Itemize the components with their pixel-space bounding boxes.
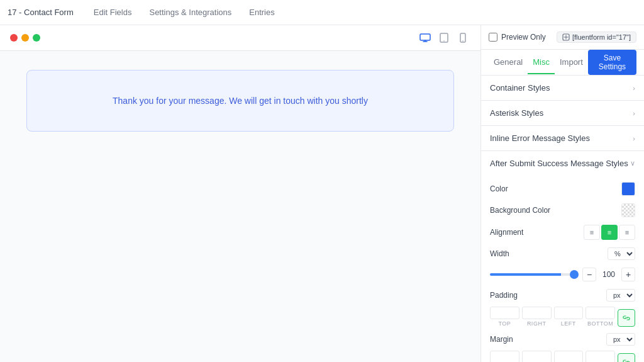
dot-green-dot: [33, 34, 40, 42]
panel-header: Preview Only [fluentform id="17"]: [481, 25, 644, 50]
chevron-down-icon: ∨: [630, 159, 635, 167]
padding-unit-select[interactable]: px: [606, 289, 635, 302]
fluentform-tag: [fluentform id="17"]: [557, 31, 636, 43]
svg-rect-0: [420, 34, 430, 40]
window-controls: [10, 34, 40, 42]
preview-only-checkbox[interactable]: [489, 33, 497, 42]
device-icons: [418, 30, 470, 45]
tab-misc[interactable]: Misc: [528, 51, 555, 74]
width-slider[interactable]: [490, 273, 579, 276]
chevron-right-icon-2: ›: [633, 110, 635, 117]
margin-link-button[interactable]: [618, 353, 635, 362]
padding-left-input[interactable]: [554, 307, 584, 319]
svg-point-4: [462, 40, 464, 42]
align-center-button[interactable]: ≡: [601, 225, 618, 240]
preview-toolbar: [0, 25, 480, 51]
padding-bottom-wrap: BOTTOM: [586, 307, 615, 327]
color-swatch-bg[interactable]: [621, 203, 635, 217]
prop-row-margin-header: Margin px: [490, 333, 635, 346]
width-decrease-button[interactable]: −: [582, 268, 596, 281]
preview-only-label[interactable]: Preview Only: [489, 33, 546, 42]
nav-links: Edit Fields Settings & Integrations Entr…: [86, 4, 282, 21]
alignment-buttons: ≡ ≡ ≡: [584, 225, 635, 240]
padding-top-input[interactable]: [490, 307, 519, 319]
prop-row-color: Color: [490, 182, 635, 196]
margin-bottom-input[interactable]: [586, 351, 615, 362]
margin-top-wrap: TOP: [490, 351, 519, 362]
color-swatch-color[interactable]: [621, 182, 635, 196]
margin-bottom-wrap: BOTTOM: [586, 351, 615, 362]
padding-right-wrap: RIGHT: [522, 307, 552, 327]
margin-right-input[interactable]: [522, 351, 552, 362]
margin-grid: TOP RIGHT LEFT BOTTOM: [490, 351, 635, 362]
success-message: Thank you for your message. We will get …: [113, 96, 368, 106]
tab-general[interactable]: General: [489, 51, 528, 74]
padding-inputs-row: TOP RIGHT LEFT BOTTOM: [490, 307, 635, 327]
dot-yellow: [21, 34, 29, 42]
mobile-icon[interactable]: [455, 30, 470, 45]
margin-inputs-row: TOP RIGHT LEFT BOTTOM: [490, 351, 635, 362]
align-left-button[interactable]: ≡: [584, 225, 600, 240]
nav-settings[interactable]: Settings & Integrations: [142, 4, 239, 21]
form-preview: Thank you for your message. We will get …: [26, 70, 454, 132]
accordion-inline-error: Inline Error Message Styles ›: [481, 126, 644, 151]
accordion-after-submit: After Submit Success Message Styles ∨ Co…: [481, 151, 644, 362]
width-increase-button[interactable]: +: [621, 268, 635, 281]
accordion-container-styles: Container Styles ›: [481, 76, 644, 101]
margin-top-input[interactable]: [490, 351, 519, 362]
width-unit-select[interactable]: %: [608, 247, 635, 260]
align-right-button[interactable]: ≡: [619, 225, 635, 240]
chevron-right-icon-3: ›: [633, 135, 635, 142]
main-layout: Thank you for your message. We will get …: [0, 25, 644, 362]
desktop-icon[interactable]: [418, 30, 433, 45]
margin-unit-select[interactable]: px: [606, 333, 635, 346]
slider-row-width: − 100 +: [490, 268, 635, 281]
preview-content: Thank you for your message. We will get …: [0, 51, 480, 362]
padding-left-wrap: LEFT: [554, 307, 584, 327]
prop-row-bg-color: Background Color: [490, 203, 635, 217]
prop-row-alignment: Alignment ≡ ≡ ≡: [490, 225, 635, 240]
margin-left-wrap: LEFT: [554, 351, 584, 362]
chevron-right-icon: ›: [633, 84, 635, 92]
padding-bottom-input[interactable]: [586, 307, 615, 319]
prop-row-padding-header: Padding px: [490, 289, 635, 302]
svg-point-2: [443, 40, 445, 42]
padding-grid: TOP RIGHT LEFT BOTTOM: [490, 307, 635, 327]
accordion-header-container[interactable]: Container Styles ›: [481, 76, 644, 100]
accordion-body-after-submit: Color Background Color Alignment ≡ ≡ ≡: [481, 176, 644, 362]
prop-row-width: Width %: [490, 247, 635, 260]
preview-area: Thank you for your message. We will get …: [0, 25, 480, 362]
accordion-header-inline[interactable]: Inline Error Message Styles ›: [481, 126, 644, 150]
width-value: 100: [600, 270, 618, 279]
tab-import[interactable]: Import: [555, 51, 588, 74]
page-title: 17 - Contact Form: [8, 8, 74, 17]
nav-edit-fields[interactable]: Edit Fields: [86, 4, 140, 21]
padding-top-wrap: TOP: [490, 307, 519, 327]
accordion-header-after-submit[interactable]: After Submit Success Message Styles ∨: [481, 151, 644, 176]
tabs-row: General Misc Import Save Settings: [481, 50, 644, 76]
padding-link-button[interactable]: [618, 309, 635, 327]
nav-entries[interactable]: Entries: [242, 4, 282, 21]
save-settings-button[interactable]: Save Settings: [588, 50, 636, 75]
margin-right-wrap: RIGHT: [522, 351, 552, 362]
dot-red: [10, 34, 18, 42]
tablet-icon[interactable]: [436, 30, 452, 45]
padding-right-input[interactable]: [522, 307, 552, 319]
margin-left-input[interactable]: [554, 351, 584, 362]
accordion-header-asterisk[interactable]: Asterisk Styles ›: [481, 101, 644, 125]
top-nav: 17 - Contact Form Edit Fields Settings &…: [0, 0, 644, 25]
accordion-asterisk-styles: Asterisk Styles ›: [481, 101, 644, 126]
right-panel: Preview Only [fluentform id="17"] Genera…: [480, 25, 644, 362]
